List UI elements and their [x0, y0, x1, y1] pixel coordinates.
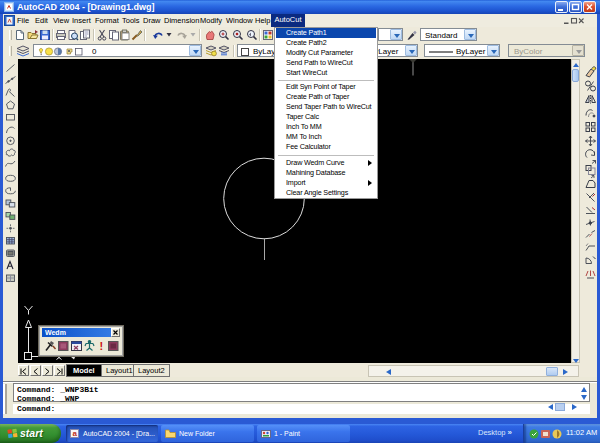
- svg-text:!: !: [100, 340, 104, 352]
